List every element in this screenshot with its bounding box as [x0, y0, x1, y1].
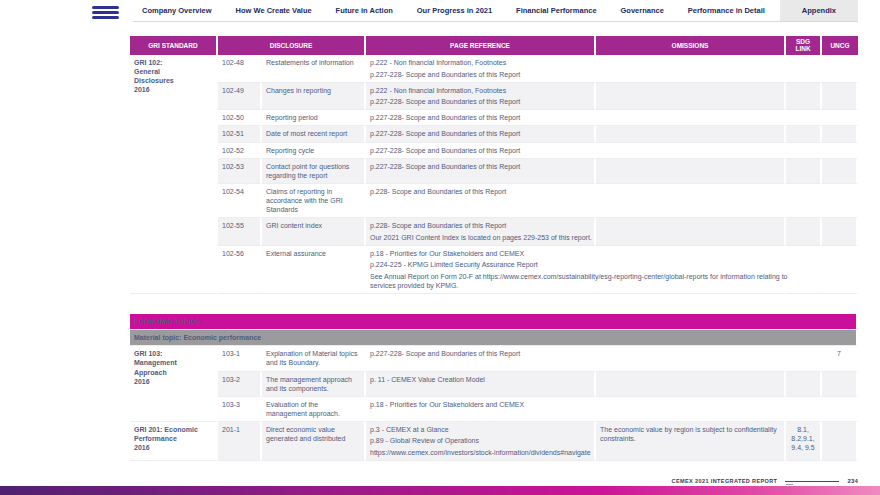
sdg-link-cell: 8.1, 8.2,9.1, 9.4, 9.5: [786, 422, 822, 461]
gri-standard-cell: GRI 103: Management Approach 2016: [130, 346, 218, 422]
uncg-cell: 7: [822, 346, 858, 371]
page-footer: CEMEX 2021 INTEGRATED REPORT 234: [672, 478, 858, 484]
table-row: 102-49Changes in reportingp.222 - Non fi…: [130, 83, 858, 111]
omissions-cell: [596, 110, 786, 126]
header-gri-standard: GRI STANDARD: [130, 36, 218, 55]
disclosure-title-cell: External assurance: [262, 246, 366, 294]
nav-tab-future-in-action[interactable]: Future in Action: [327, 0, 402, 21]
uncg-cell: [822, 246, 858, 294]
reference-line: p.227-228- Scope and Boundaries of this …: [370, 129, 590, 138]
nav-tab-governance[interactable]: Governance: [611, 0, 672, 21]
omissions-cell: [596, 372, 786, 397]
reference-line: p.89 - Global Review of Operations: [370, 436, 590, 445]
sdg-link-cell: [786, 159, 822, 184]
nav-tab-company-overview[interactable]: Company Overview: [133, 0, 221, 21]
menu-icon-bar: [92, 6, 119, 9]
header-sdg-link: SDG LINK: [786, 36, 822, 55]
uncg-cell: [822, 159, 858, 184]
nav-tab-financial-performance[interactable]: Financial Performance: [507, 0, 605, 21]
disclosure-code-cell: 102-55: [218, 218, 262, 246]
gri-table-body: GRI 102: General Disclosures 2016102-48R…: [130, 55, 858, 461]
reference-link[interactable]: See Annual Report on Form 20-F at https:…: [370, 272, 788, 290]
table-row: 103-2The management approach and its com…: [130, 372, 858, 397]
page-reference-cell: p.222 - Non financial Information, Footn…: [366, 83, 596, 111]
uncg-cell: [822, 397, 858, 422]
omissions-cell: [596, 397, 786, 422]
page-reference-cell: p.228- Scope and Boundaries of this Repo…: [366, 184, 596, 218]
sdg-link-cell: [786, 184, 822, 218]
omissions-cell: [596, 55, 786, 83]
uncg-cell: [822, 218, 858, 246]
menu-icon[interactable]: [92, 6, 119, 19]
page-reference-cell: p.227-228- Scope and Boundaries of this …: [366, 126, 596, 142]
top-nav: Company OverviewHow We Create ValueFutur…: [133, 0, 858, 22]
reference-line: p.3 - CEMEX at a Glance: [370, 425, 590, 434]
page-reference-cell: p.227-228- Scope and Boundaries of this …: [366, 143, 596, 159]
omissions-cell: The economic value by region is subject …: [596, 422, 786, 461]
uncg-cell: [822, 143, 858, 159]
bottom-gradient-bar: [0, 486, 880, 495]
disclosure-code-cell: 102-54: [218, 184, 262, 218]
disclosure-code-cell: 102-53: [218, 159, 262, 184]
nav-tab-performance-in-detail[interactable]: Performance in Detail: [679, 0, 774, 21]
uncg-cell: [822, 184, 858, 218]
disclosure-code-cell: 103-3: [218, 397, 262, 422]
report-brand-label: CEMEX 2021 INTEGRATED REPORT: [672, 478, 778, 484]
reference-line: Our 2021 GRI Content Index is located on…: [370, 233, 590, 242]
topic-banner-row: ECONOMIC TOPICS: [130, 314, 858, 330]
disclosure-title-cell: Explanation of Material topics and its B…: [262, 346, 366, 371]
reference-line: p.227-228- Scope and Boundaries of this …: [370, 70, 590, 79]
nav-tab-appendix[interactable]: Appendix: [780, 0, 858, 21]
gri-standard-cell: GRI 201: Economic Performance 2016: [130, 422, 218, 461]
table-row: GRI 103: Management Approach 2016103-1Ex…: [130, 346, 858, 371]
disclosure-title-cell: Reporting cycle: [262, 143, 366, 159]
page-reference-cell: p.18 - Priorities for Our Stakeholders a…: [366, 246, 596, 294]
header-disclosure: DISCLOSURE: [218, 36, 366, 55]
page-reference-cell: p.227-228- Scope and Boundaries of this …: [366, 159, 596, 184]
table-row: 102-50Reporting periodp.227-228- Scope a…: [130, 110, 858, 126]
table-row: GRI 102: General Disclosures 2016102-48R…: [130, 55, 858, 83]
omissions-cell: [596, 346, 786, 371]
footer-progress-marker: [786, 484, 793, 485]
sdg-link-cell: [786, 346, 822, 371]
report-page: Company OverviewHow We Create ValueFutur…: [0, 0, 880, 495]
reference-link[interactable]: https://www.cemex.com/investors/stock-in…: [370, 448, 590, 457]
reference-line: p.222 - Non financial Information, Footn…: [370, 58, 590, 67]
uncg-cell: [822, 55, 858, 83]
disclosure-title-cell: Restatements of information: [262, 55, 366, 83]
sdg-link-cell: [786, 55, 822, 83]
omissions-cell: [596, 126, 786, 142]
table-row: 102-52Reporting cyclep.227-228- Scope an…: [130, 143, 858, 159]
table-row: 102-56External assurancep.18 - Prioritie…: [130, 246, 858, 294]
disclosure-code-cell: 103-1: [218, 346, 262, 371]
sdg-link-cell: [786, 246, 822, 294]
table-row: GRI 201: Economic Performance 2016201-1D…: [130, 422, 858, 461]
sdg-link-cell: [786, 143, 822, 159]
topic-banner: ECONOMIC TOPICS: [130, 314, 858, 330]
nav-tab-how-we-create-value[interactable]: How We Create Value: [227, 0, 321, 21]
footer-progress-line: [785, 481, 839, 482]
disclosure-code-cell: 201-1: [218, 422, 262, 461]
page-number: 234: [847, 478, 858, 484]
nav-tab-our-progress-in-2021[interactable]: Our Progress in 2021: [408, 0, 501, 21]
page-reference-cell: p. 11 - CEMEX Value Creation Model: [366, 372, 596, 397]
sdg-link-cell: [786, 372, 822, 397]
disclosure-code-cell: 102-52: [218, 143, 262, 159]
table-row: 103-3Evaluation of the management approa…: [130, 397, 858, 422]
gri-standard-cell: GRI 102: General Disclosures 2016: [130, 55, 218, 294]
section-gap: [130, 294, 858, 314]
disclosure-title-cell: Direct economic value generated and dist…: [262, 422, 366, 461]
reference-line: p.18 - Priorities for Our Stakeholders a…: [370, 400, 590, 409]
disclosure-code-cell: 102-50: [218, 110, 262, 126]
gri-content-index-table: GRI STANDARD DISCLOSURE PAGE REFERENCE O…: [130, 36, 858, 461]
table-row: 102-54Claims of reporting in accordance …: [130, 184, 858, 218]
uncg-cell: [822, 110, 858, 126]
sdg-link-cell: [786, 110, 822, 126]
reference-line: p.227-228- Scope and Boundaries of this …: [370, 162, 590, 171]
reference-line: p.224-225 - KPMG Limited Security Assura…: [370, 260, 590, 269]
reference-line: p.227-228- Scope and Boundaries of this …: [370, 97, 590, 106]
header-uncg: UNCG: [822, 36, 858, 55]
table-row: 102-53Contact point for questions regard…: [130, 159, 858, 184]
menu-icon-bar: [92, 11, 119, 14]
table-header-row: GRI STANDARD DISCLOSURE PAGE REFERENCE O…: [130, 36, 858, 55]
